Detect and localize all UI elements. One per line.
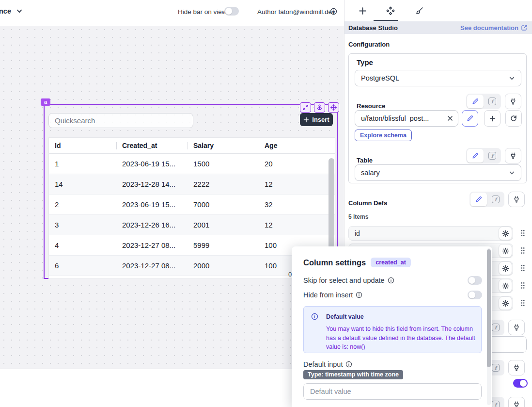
table-header-row: Id Created_at Salary Age (49, 138, 335, 154)
hide-from-insert-toggle[interactable] (468, 291, 482, 299)
type-select[interactable]: PostgreSQL (355, 70, 521, 86)
column-name-badge: created_at (371, 258, 411, 267)
doc-link-label: See documentation (460, 24, 518, 32)
column-settings-button[interactable] (499, 244, 512, 258)
edit-resource-button[interactable] (462, 110, 478, 127)
quicksearch-input[interactable] (48, 113, 193, 128)
gear-icon (502, 230, 509, 237)
expand-component-button[interactable] (300, 102, 311, 113)
connect-setting-button[interactable] (508, 360, 525, 375)
drag-handle-icon[interactable] (520, 282, 525, 289)
insert-button-label: Insert (312, 116, 329, 123)
column-name-field[interactable]: id (348, 226, 513, 241)
pencil-icon (475, 196, 482, 203)
column-defs-label: Column Defs (348, 199, 387, 207)
info-icon[interactable] (356, 292, 362, 298)
function-icon (492, 401, 500, 407)
configuration-box: Type PostgreSQL Resource (348, 53, 527, 183)
expression-mode-button[interactable] (485, 149, 500, 163)
column-settings-button[interactable] (499, 279, 512, 293)
plug-icon (513, 401, 520, 407)
column-settings-button[interactable] (499, 296, 512, 310)
author-label: Author faton@windmill.dev (257, 8, 335, 16)
clear-icon[interactable] (447, 115, 453, 121)
anchor-component-button[interactable] (314, 102, 325, 113)
connect-column-defs-button[interactable] (508, 192, 525, 207)
popover-scrollbar[interactable] (487, 249, 491, 367)
column-def-item[interactable]: id (348, 226, 527, 241)
cell: 2023-12-26 16... (116, 215, 188, 235)
table-label: Table (357, 157, 373, 164)
column-header[interactable]: Age (259, 138, 329, 153)
info-icon (311, 313, 318, 320)
table-row[interactable]: 14 2023-12-28 14... 2222 12 (49, 174, 335, 195)
table-scrollbar[interactable] (329, 158, 334, 254)
cell: 3 (49, 215, 116, 235)
insert-row-button[interactable]: Insert (300, 113, 333, 126)
cell: 7000 (188, 195, 259, 214)
cell: 1500 (188, 154, 259, 174)
refresh-icon (510, 115, 517, 122)
info-icon[interactable] (388, 277, 394, 284)
gear-icon (502, 247, 509, 255)
default-input-label: Default input (303, 360, 343, 368)
table-row[interactable]: 1 2023-06-19 15... 1500 20 (49, 154, 335, 174)
expression-mode-button[interactable] (485, 95, 500, 108)
pencil-icon (472, 152, 479, 159)
drag-handle-icon[interactable] (520, 299, 525, 307)
popover-title: Column settings (303, 258, 366, 267)
pencil-icon (467, 115, 473, 122)
column-defs-mode-segment (469, 192, 504, 207)
column-defs-count: 5 items (348, 213, 368, 220)
drag-handle-icon[interactable] (520, 247, 525, 254)
column-header[interactable]: Created_at (116, 138, 188, 153)
drag-handle-icon[interactable] (520, 264, 525, 272)
setting-toggle-on[interactable] (513, 379, 528, 388)
table-select[interactable]: salary (355, 164, 521, 181)
tab-component-settings[interactable] (384, 4, 397, 17)
plug-icon (510, 98, 516, 105)
drag-handle-icon[interactable] (520, 229, 525, 237)
chevron-down-icon (509, 170, 515, 176)
editor-topbar: nce Hide bar on view Author faton@windmi… (0, 0, 344, 25)
table-row[interactable]: 3 2023-12-26 16... 2001 12 (49, 215, 335, 235)
chevron-down-icon (16, 8, 23, 15)
static-mode-button[interactable] (467, 149, 484, 163)
connect-setting-button[interactable] (508, 397, 525, 407)
resource-path-field[interactable]: u/faton/blissful_post... (355, 110, 458, 127)
resource-label: Resource (357, 102, 385, 110)
column-settings-button[interactable] (499, 227, 512, 240)
static-mode-button[interactable] (467, 95, 484, 108)
move-icon (330, 104, 337, 111)
table-row[interactable]: 2 2023-06-19 15... 7000 32 (49, 195, 335, 215)
column-header[interactable]: Id (49, 138, 116, 153)
info-icon[interactable] (345, 361, 352, 368)
hide-bar-toggle[interactable] (224, 7, 239, 16)
default-value-input[interactable] (303, 383, 482, 400)
explore-schema-label: Explore schema (360, 132, 407, 139)
move-component-button[interactable] (328, 102, 339, 113)
cell: 12 (259, 174, 329, 194)
see-documentation-link[interactable]: See documentation (460, 24, 528, 32)
cell: 12 (259, 215, 329, 235)
plug-icon (510, 152, 516, 159)
create-resource-button[interactable] (484, 110, 501, 127)
connect-table-button[interactable] (505, 148, 521, 163)
connect-setting-button[interactable] (508, 320, 525, 335)
tab-styling[interactable] (412, 4, 425, 17)
cell: 2023-12-27 08... (116, 256, 188, 276)
app-name-dropdown[interactable]: nce (0, 7, 23, 15)
column-settings-button[interactable] (499, 261, 512, 275)
tab-insert-component[interactable] (356, 4, 369, 17)
refresh-resource-button[interactable] (505, 110, 522, 127)
expression-mode-button[interactable] (488, 193, 503, 206)
external-link-icon (521, 24, 528, 31)
skip-select-update-toggle[interactable] (468, 276, 482, 285)
static-mode-button[interactable] (470, 193, 487, 206)
cell: 4 (49, 235, 116, 255)
connect-resource-button[interactable] (505, 94, 521, 109)
info-icon[interactable] (330, 8, 337, 15)
column-header[interactable]: Salary (188, 138, 259, 153)
plus-icon (489, 115, 496, 122)
explore-schema-button[interactable]: Explore schema (355, 130, 412, 141)
